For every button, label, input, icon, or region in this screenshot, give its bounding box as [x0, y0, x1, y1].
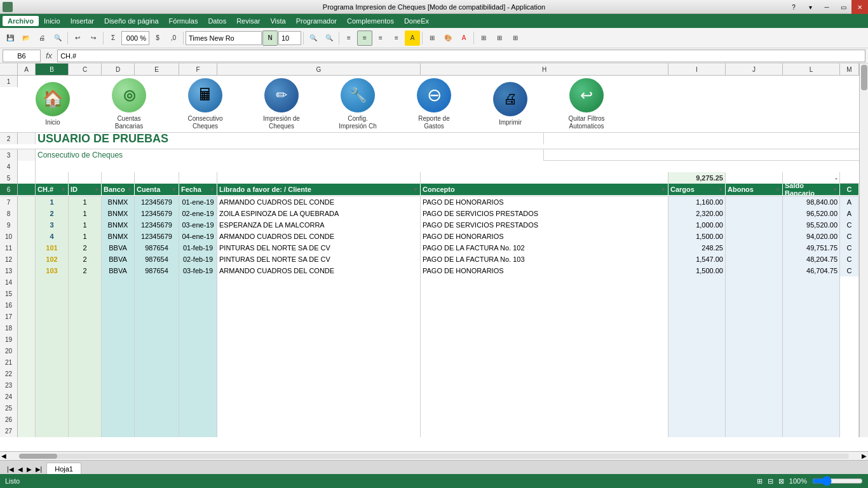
cell-B3[interactable]: Consecutivo de Cheques	[36, 149, 544, 161]
cell-B7[interactable]: 1	[36, 196, 69, 208]
cell-D16[interactable]	[102, 299, 135, 311]
cell-E13[interactable]: 987654	[135, 265, 179, 276]
cell-F5[interactable]	[179, 172, 217, 184]
menu-doneex[interactable]: DoneEx	[399, 16, 434, 26]
cell-G12[interactable]: PINTURAS DEL NORTE SA DE CV	[217, 254, 421, 265]
cell-J28[interactable]	[726, 437, 783, 437]
cell-C14[interactable]	[69, 276, 102, 288]
cell-I8[interactable]: 2,320.00	[668, 208, 726, 219]
menu-insertar[interactable]: Insertar	[65, 16, 99, 26]
tab-first[interactable]: |◀	[5, 466, 16, 473]
restore-button[interactable]: ▭	[835, 0, 851, 14]
cell-A21[interactable]	[18, 356, 36, 368]
cell-J7[interactable]	[726, 196, 783, 208]
tab-prev[interactable]: ◀	[16, 466, 25, 473]
view-preview[interactable]: ⊠	[778, 477, 784, 485]
cell-H15[interactable]	[421, 288, 668, 299]
cell-I23[interactable]	[668, 379, 726, 391]
cell-B4[interactable]	[36, 161, 868, 172]
col-header-J[interactable]: J	[726, 64, 783, 75]
cell-C9[interactable]: 1	[69, 219, 102, 231]
cell-H19[interactable]	[421, 334, 668, 345]
cell-F18[interactable]	[179, 322, 217, 334]
cell-L11[interactable]: 49,751.75	[783, 242, 840, 254]
minimize-button[interactable]: ─	[818, 0, 835, 14]
cell-B28[interactable]	[36, 437, 69, 437]
cell-B13[interactable]: 103	[36, 265, 69, 276]
cell-M7[interactable]: A	[840, 196, 859, 208]
cell-E19[interactable]	[135, 334, 179, 345]
col-header-C[interactable]: C	[69, 64, 102, 75]
cell-L7[interactable]: 98,840.00	[783, 196, 840, 208]
cell-A7[interactable]	[18, 196, 36, 208]
cell-H27[interactable]	[421, 425, 668, 437]
cell-B6-header[interactable]: CH.# ▼	[36, 184, 69, 195]
cell-D21[interactable]	[102, 356, 135, 368]
cell-F6-header[interactable]: Fecha ▼	[179, 184, 217, 195]
cell-A8[interactable]	[18, 208, 36, 219]
menu-formulas[interactable]: Fórmulas	[164, 16, 203, 26]
menu-diseno[interactable]: Diseño de página	[99, 16, 164, 26]
cell-reference-box[interactable]: B6	[3, 50, 41, 62]
cell-M21[interactable]	[840, 356, 859, 368]
cell-A17[interactable]	[18, 311, 36, 322]
cell-B25[interactable]	[36, 402, 69, 414]
cell-D25[interactable]	[102, 402, 135, 414]
cell-H8[interactable]: PAGO DE SERVICIOS PRESTADOS	[421, 208, 668, 219]
cell-H10[interactable]: PAGO DE HONORARIOS	[421, 231, 668, 242]
cell-D27[interactable]	[102, 425, 135, 437]
formula-input[interactable]: CH.#	[57, 50, 865, 62]
tb-currency[interactable]: $	[150, 30, 165, 46]
cell-B10[interactable]: 4	[36, 231, 69, 242]
cell-E18[interactable]	[135, 322, 179, 334]
col-header-D[interactable]: D	[102, 64, 135, 75]
tb-preview[interactable]: 🔍	[50, 30, 65, 46]
cell-G21[interactable]	[217, 356, 421, 368]
cell-F13[interactable]: 03-feb-19	[179, 265, 217, 276]
cell-G25[interactable]	[217, 402, 421, 414]
icon-reporte[interactable]: ⊖ Reporte deGastos	[412, 78, 456, 130]
col-header-L[interactable]: L	[783, 64, 840, 75]
cell-I5-balance[interactable]: 9,275.25	[668, 172, 726, 184]
cell-J23[interactable]	[726, 379, 783, 391]
cell-C28[interactable]	[69, 437, 102, 437]
tb-undo[interactable]: ↩	[70, 30, 85, 46]
cell-D18[interactable]	[102, 322, 135, 334]
h-scroll-left[interactable]: ◀	[1, 452, 6, 459]
col-header-B[interactable]: B	[36, 64, 69, 75]
cell-J12[interactable]	[726, 254, 783, 265]
cell-H25[interactable]	[421, 402, 668, 414]
cell-L9[interactable]: 95,520.00	[783, 219, 840, 231]
cell-H13[interactable]: PAGO DE HONORARIOS	[421, 265, 668, 276]
cell-E16[interactable]	[135, 299, 179, 311]
zoom-slider[interactable]	[812, 476, 863, 486]
cell-A13[interactable]	[18, 265, 36, 276]
cell-L22[interactable]	[783, 368, 840, 379]
cell-G18[interactable]	[217, 322, 421, 334]
cell-D24[interactable]	[102, 391, 135, 402]
cell-E8[interactable]: 12345679	[135, 208, 179, 219]
menu-vista[interactable]: Vista	[265, 16, 290, 26]
menu-datos[interactable]: Datos	[203, 16, 231, 26]
cell-G14[interactable]	[217, 276, 421, 288]
menu-archivo[interactable]: Archivo	[3, 16, 39, 26]
cell-L14[interactable]	[783, 276, 840, 288]
cell-M9[interactable]: C	[840, 219, 859, 231]
cell-B18[interactable]	[36, 322, 69, 334]
cell-A25[interactable]	[18, 402, 36, 414]
cell-L15[interactable]	[783, 288, 840, 299]
font-name-input[interactable]: Times New Ro	[186, 31, 262, 45]
cell-H24[interactable]	[421, 391, 668, 402]
cell-A23[interactable]	[18, 379, 36, 391]
cell-E6-header[interactable]: Cuenta ▼	[135, 184, 179, 195]
cell-C7[interactable]: 1	[69, 196, 102, 208]
cell-I15[interactable]	[668, 288, 726, 299]
h-scroll-thumb[interactable]	[19, 454, 57, 459]
cell-H20[interactable]	[421, 345, 668, 356]
cell-J26[interactable]	[726, 414, 783, 425]
cell-G17[interactable]	[217, 311, 421, 322]
cell-J21[interactable]	[726, 356, 783, 368]
cell-M22[interactable]	[840, 368, 859, 379]
cell-F26[interactable]	[179, 414, 217, 425]
cell-A10[interactable]	[18, 231, 36, 242]
